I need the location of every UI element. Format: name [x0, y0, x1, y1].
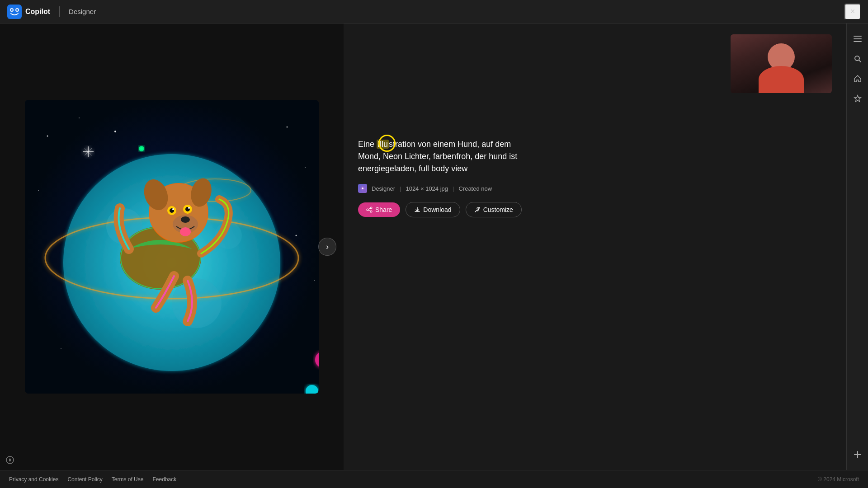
svg-point-40 — [181, 216, 190, 223]
svg-point-60 — [370, 211, 372, 212]
prompt-highlight: Illu — [377, 140, 389, 149]
copilot-icon — [7, 5, 22, 19]
footer-privacy[interactable]: Privacy and Cookies — [9, 476, 58, 483]
close-button[interactable]: × — [844, 4, 861, 20]
svg-point-63 — [477, 207, 479, 209]
action-buttons: Share Download Customize — [358, 202, 832, 217]
webcam-inner — [731, 34, 832, 93]
svg-line-9 — [859, 60, 861, 62]
info-panel: Eine Illustration von einem Hund, auf de… — [344, 23, 846, 470]
brand-label: Copilot — [25, 8, 50, 16]
svg-point-20 — [314, 280, 315, 281]
prompt-container: Eine Illustration von einem Hund, auf de… — [358, 138, 539, 175]
download-button[interactable]: Download — [406, 202, 460, 217]
next-arrow[interactable]: › — [318, 238, 336, 256]
top-bar: Copilot Designer × — [0, 0, 868, 23]
meta-source: Designer — [372, 185, 395, 192]
svg-point-4 — [16, 9, 18, 11]
designer-icon — [358, 184, 367, 193]
image-panel: › — [0, 23, 344, 470]
footer-terms[interactable]: Terms of Use — [112, 476, 144, 483]
svg-point-47 — [188, 207, 190, 209]
person-body — [759, 66, 804, 93]
svg-line-62 — [368, 210, 370, 211]
logo-area: Copilot Designer — [7, 5, 96, 19]
watermark — [5, 455, 14, 465]
sidebar-icon-home[interactable] — [849, 70, 866, 87]
main-content: › Eine Illustration von einem Hund, auf … — [0, 23, 846, 470]
svg-point-46 — [172, 208, 174, 210]
footer: Privacy and Cookies Content Policy Terms… — [0, 470, 868, 488]
customize-button[interactable]: Customize — [466, 202, 522, 217]
customize-label: Customize — [483, 206, 513, 213]
app-title: Designer — [69, 8, 96, 15]
svg-point-16 — [287, 127, 288, 128]
sidebar-icon-menu[interactable] — [849, 31, 866, 47]
meta-sep-2: | — [453, 185, 454, 192]
svg-point-3 — [11, 9, 13, 11]
svg-line-61 — [368, 208, 370, 209]
footer-content-policy[interactable]: Content Policy — [67, 476, 102, 483]
svg-point-49 — [140, 147, 143, 150]
share-icon — [366, 206, 373, 213]
sidebar-icon-add[interactable] — [849, 446, 866, 463]
meta-info: Designer | 1024 × 1024 jpg | Created now — [358, 184, 832, 193]
footer-feedback[interactable]: Feedback — [152, 476, 176, 483]
sidebar-icon-star[interactable] — [849, 90, 866, 107]
svg-point-13 — [47, 136, 48, 137]
svg-rect-6 — [854, 38, 862, 39]
title-divider — [59, 6, 60, 17]
svg-rect-0 — [7, 5, 22, 19]
svg-point-19 — [296, 235, 297, 236]
sidebar-icon-search[interactable] — [849, 51, 866, 67]
svg-point-17 — [305, 167, 306, 168]
svg-point-14 — [79, 117, 80, 118]
illustration-svg — [25, 100, 319, 394]
webcam-preview — [731, 34, 832, 93]
svg-point-57 — [362, 188, 363, 189]
download-label: Download — [423, 206, 451, 213]
meta-sep-1: | — [400, 185, 401, 192]
download-icon — [414, 206, 420, 213]
share-label: Share — [375, 206, 392, 213]
share-button[interactable]: Share — [358, 202, 400, 217]
prompt-before: Eine — [358, 140, 377, 149]
right-sidebar — [846, 23, 868, 470]
svg-rect-5 — [854, 36, 862, 37]
meta-created: Created now — [458, 185, 492, 192]
svg-rect-7 — [854, 41, 862, 42]
customize-icon — [474, 206, 481, 213]
svg-point-59 — [367, 209, 368, 211]
prompt-text: Eine Illustration von einem Hund, auf de… — [358, 138, 530, 175]
svg-point-18 — [38, 190, 39, 191]
main-image — [25, 100, 319, 394]
svg-point-41 — [180, 227, 191, 236]
svg-point-58 — [370, 207, 372, 209]
footer-copyright: © 2024 Microsoft — [818, 476, 859, 483]
meta-dimensions: 1024 × 1024 jpg — [406, 185, 448, 192]
svg-point-15 — [114, 131, 116, 132]
svg-point-21 — [61, 348, 61, 349]
